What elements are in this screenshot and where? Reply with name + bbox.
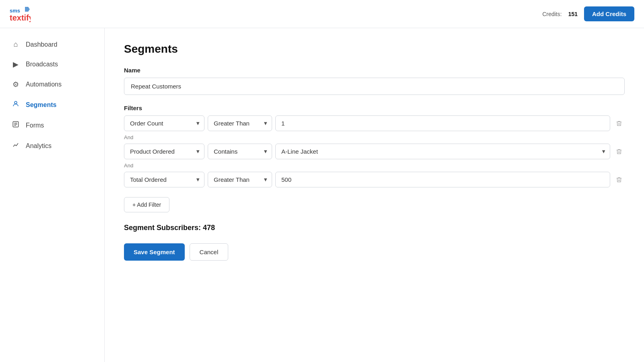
filter1-operator-select[interactable]: Greater Than Less Than Equal To <box>208 115 272 131</box>
subscribers-count: Segment Subscribers: 478 <box>124 224 625 232</box>
credits-label: Credits: <box>542 11 561 17</box>
main-content: Segments Name Filters Order Count Produc… <box>105 28 644 362</box>
sidebar-item-label: Analytics <box>26 142 52 150</box>
trash-icon <box>616 120 622 127</box>
filter1-type-select[interactable]: Order Count Product Ordered Total Ordere… <box>124 115 204 131</box>
credits-value: 151 <box>568 11 578 17</box>
analytics-icon <box>11 141 20 150</box>
filter2-type-select[interactable]: Order Count Product Ordered Total Ordere… <box>124 144 204 159</box>
filter3-type-wrapper: Order Count Product Ordered Total Ordere… <box>124 172 204 187</box>
name-label: Name <box>124 67 625 74</box>
filter2-type-wrapper: Order Count Product Ordered Total Ordere… <box>124 144 204 159</box>
sidebar-item-label: Automations <box>26 81 62 88</box>
filter2-operator-select[interactable]: Contains Does Not Contain Equals <box>208 144 272 159</box>
logo-icon: sms textify <box>10 4 31 24</box>
person-icon <box>11 100 20 109</box>
add-filter-button[interactable]: + Add Filter <box>124 197 169 212</box>
svg-point-2 <box>14 101 17 104</box>
sidebar-item-label: Segments <box>26 101 56 109</box>
gear-icon: ⚙ <box>11 80 20 89</box>
header-right: Credits: 151 Add Credits <box>542 6 634 21</box>
svg-text:sms: sms <box>10 8 20 14</box>
trash-icon <box>616 148 622 155</box>
filters-label: Filters <box>124 105 625 111</box>
broadcasts-icon: ▶ <box>11 60 20 69</box>
filter1-type-wrapper: Order Count Product Ordered Total Ordere… <box>124 115 204 131</box>
filter1-value-input[interactable] <box>275 115 610 131</box>
cancel-button[interactable]: Cancel <box>190 243 229 261</box>
trash-icon <box>616 177 622 183</box>
filter3-operator-select[interactable]: Greater Than Less Than Equal To <box>208 172 272 187</box>
name-section: Name <box>124 67 625 95</box>
filter1-delete-button[interactable] <box>613 118 625 129</box>
sidebar-item-automations[interactable]: ⚙ Automations <box>0 74 104 95</box>
filters-section: Filters Order Count Product Ordered Tota… <box>124 105 625 187</box>
sidebar-item-forms[interactable]: Forms <box>0 115 104 136</box>
sidebar-item-label: Dashboard <box>26 41 57 48</box>
layout: ⌂ Dashboard ▶ Broadcasts ⚙ Automations S… <box>0 28 644 362</box>
logo: sms textify <box>10 4 31 24</box>
sidebar-item-dashboard[interactable]: ⌂ Dashboard <box>0 35 104 54</box>
sidebar-item-label: Forms <box>26 122 44 129</box>
page-title: Segments <box>124 43 625 56</box>
filter-row-2: Order Count Product Ordered Total Ordere… <box>124 144 625 159</box>
and-label-2: And <box>124 162 625 169</box>
filter2-delete-button[interactable] <box>613 146 625 157</box>
filter2-op-wrapper: Contains Does Not Contain Equals ▼ <box>208 144 272 159</box>
save-segment-button[interactable]: Save Segment <box>124 243 185 261</box>
sidebar-item-broadcasts[interactable]: ▶ Broadcasts <box>0 54 104 74</box>
add-credits-button[interactable]: Add Credits <box>584 6 634 21</box>
forms-icon <box>11 121 20 130</box>
segment-name-input[interactable] <box>124 78 625 95</box>
filter-row-3: Order Count Product Ordered Total Ordere… <box>124 172 625 187</box>
filter3-value-input[interactable] <box>275 172 610 187</box>
sidebar-item-analytics[interactable]: Analytics <box>0 136 104 156</box>
sidebar-item-segments[interactable]: Segments <box>0 95 104 115</box>
filter3-op-wrapper: Greater Than Less Than Equal To ▼ <box>208 172 272 187</box>
header: sms textify Credits: 151 Add Credits <box>0 0 644 28</box>
action-buttons: Save Segment Cancel <box>124 243 625 261</box>
filter3-type-select[interactable]: Order Count Product Ordered Total Ordere… <box>124 172 204 187</box>
home-icon: ⌂ <box>11 40 20 49</box>
svg-text:textify: textify <box>10 13 31 22</box>
filter3-delete-button[interactable] <box>613 174 625 185</box>
sidebar: ⌂ Dashboard ▶ Broadcasts ⚙ Automations S… <box>0 28 105 362</box>
filter1-op-wrapper: Greater Than Less Than Equal To ▼ <box>208 115 272 131</box>
filter-row-1: Order Count Product Ordered Total Ordere… <box>124 115 625 131</box>
sidebar-item-label: Broadcasts <box>26 61 58 68</box>
and-label-1: And <box>124 134 625 140</box>
filter2-value-select[interactable]: A-Line Jacket Classic Tee Slim Fit Jeans <box>275 144 610 159</box>
filter2-value-wrapper: A-Line Jacket Classic Tee Slim Fit Jeans… <box>275 144 610 159</box>
